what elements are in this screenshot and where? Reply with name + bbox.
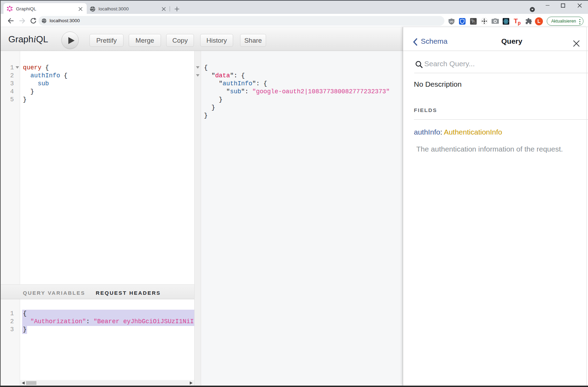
svg-text:UO: UO [450, 20, 453, 23]
svg-text:P: P [472, 19, 475, 24]
